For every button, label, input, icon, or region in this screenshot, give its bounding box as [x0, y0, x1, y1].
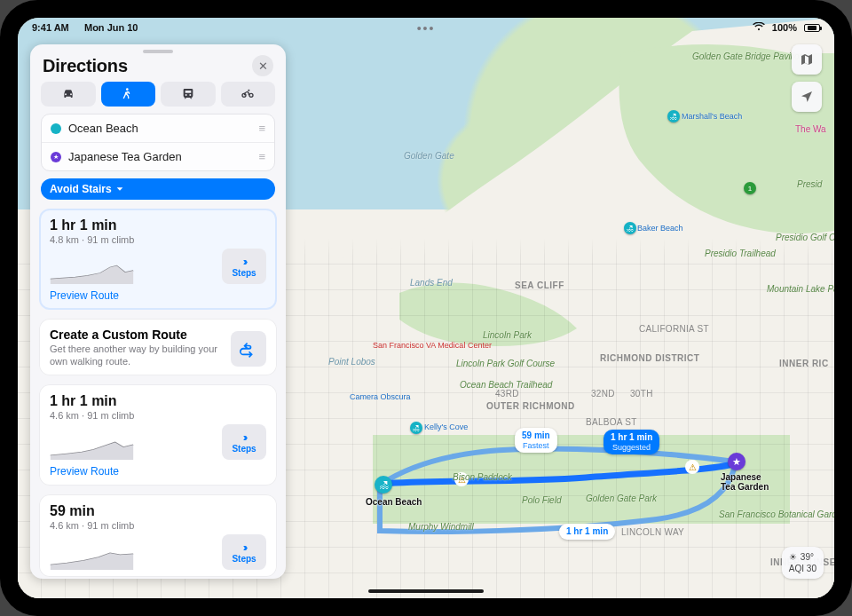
route-stops: Ocean Beach ≡ Japanese Tea Garden ≡ — [41, 114, 275, 171]
route-chip-fastest[interactable]: 59 min Fastest — [515, 428, 557, 453]
location-arrow-icon — [800, 90, 814, 104]
pin-trailhead[interactable]: 1 — [744, 182, 756, 194]
route-detail: 4.6 km · 91 m climb — [50, 520, 266, 531]
close-icon: ✕ — [258, 59, 268, 73]
custom-route-card[interactable]: Create a Custom Route Get there another … — [39, 319, 277, 375]
panel-title: Directions — [43, 56, 128, 76]
double-chevron-icon: ›› — [243, 430, 246, 444]
label-43rd: 43RD — [495, 389, 519, 399]
route-chip-label: Fastest — [523, 441, 549, 450]
preview-route-link[interactable]: Preview Route — [50, 465, 119, 478]
route-chip-suggested[interactable]: 1 hr 1 min Suggested — [604, 430, 659, 454]
label-presid: Presid — [797, 179, 822, 189]
sun-icon: ☀︎ — [789, 552, 797, 562]
pin-end[interactable]: ★ — [728, 453, 746, 470]
pin-baker-beach[interactable]: 🏖 — [624, 222, 636, 234]
label-sfbg: San Francisco Botanical Garden — [719, 509, 808, 519]
map-controls — [792, 44, 822, 112]
status-date: Mon Jun 10 — [84, 22, 138, 33]
label-golden-gate: Golden Gate — [404, 151, 454, 161]
weather-temp: 39° — [801, 552, 814, 562]
route-chip-alt[interactable]: 1 hr 1 min — [559, 524, 615, 540]
steps-button[interactable]: ›› Steps — [222, 424, 266, 460]
label-california: CALIFORNIA ST — [639, 324, 709, 334]
custom-route-icon — [231, 331, 266, 367]
directions-panel: Directions ✕ — [30, 44, 286, 579]
label-start: Ocean Beach — [366, 497, 422, 507]
mode-cycle[interactable] — [221, 82, 276, 107]
close-button[interactable]: ✕ — [252, 55, 273, 76]
preview-route-link[interactable]: Preview Route — [50, 289, 119, 302]
label-inner-ric: INNER RIC — [779, 359, 829, 368]
map-icon — [800, 52, 814, 67]
transport-mode-segment — [30, 82, 286, 114]
steps-button[interactable]: ›› Steps — [222, 534, 266, 570]
label-murphy: Murphy Windmill — [408, 522, 474, 532]
multitask-indicator[interactable]: ••• — [417, 21, 436, 36]
avoid-label: Avoid Stairs — [50, 183, 112, 195]
route-option-1[interactable]: 1 hr 1 min 4.8 km · 91 m climb ›› Steps … — [39, 209, 277, 310]
ipad-frame: 9:41 AM Mon Jun 10 100% ••• — [0, 0, 852, 616]
label-mtn-lake: Mountain Lake Park — [767, 284, 834, 294]
avoid-options-pill[interactable]: Avoid Stairs — [41, 178, 275, 200]
elevation-sparkline — [50, 259, 134, 284]
label-gg-pavilion: Golden Gate Bridge Pavilion — [692, 51, 804, 61]
custom-route-subtitle: Get there another way by building your o… — [50, 344, 218, 368]
home-indicator[interactable] — [368, 589, 484, 593]
map-mode-button[interactable] — [792, 44, 822, 75]
route-option-3[interactable]: 59 min 4.6 km · 91 m climb ›› Steps — [39, 494, 277, 577]
label-lands-end: Lands End — [410, 278, 453, 288]
pin-kellys-cove[interactable]: 🏖 — [410, 422, 422, 434]
reorder-icon[interactable]: ≡ — [258, 150, 265, 163]
pin-marshalls-beach[interactable]: 🏖 — [667, 110, 680, 122]
double-chevron-icon: ›› — [243, 541, 246, 554]
label-camera: Camera Obscura — [350, 392, 411, 401]
route-option-2[interactable]: 1 hr 1 min 4.6 km · 91 m climb ›› Steps … — [39, 384, 277, 486]
walk-icon — [121, 87, 135, 101]
tracking-button[interactable] — [792, 82, 822, 112]
label-the-wa: The Wa — [795, 124, 826, 134]
route-chip-time: 1 hr 1 min — [566, 526, 608, 537]
stop-from[interactable]: Ocean Beach ≡ — [42, 115, 274, 142]
elevation-sparkline — [50, 435, 134, 460]
route-time: 59 min — [50, 503, 266, 519]
status-right: 100% — [751, 22, 822, 33]
weather-badge[interactable]: ☀︎ 39° AQI 30 — [782, 547, 824, 579]
steps-button[interactable]: ›› Steps — [222, 249, 266, 284]
steps-label: Steps — [232, 444, 256, 454]
wifi-icon — [753, 22, 765, 33]
weather-aqi: AQI 30 — [789, 564, 816, 573]
label-balboa: BALBOA ST — [586, 417, 637, 427]
label-30th: 30TH — [630, 389, 653, 399]
label-kellys: Kelly's Cove — [424, 423, 468, 431]
screen: 9:41 AM Mon Jun 10 100% ••• — [18, 18, 834, 598]
mode-drive[interactable] — [41, 82, 96, 107]
label-sea-cliff: SEA CLIFF — [515, 280, 564, 290]
steps-label: Steps — [232, 554, 256, 564]
label-point-lobos: Point Lobos — [328, 357, 375, 367]
reorder-icon[interactable]: ≡ — [258, 122, 265, 135]
pin-start[interactable]: 🏖 — [375, 476, 392, 494]
stop-to[interactable]: Japanese Tea Garden ≡ — [42, 142, 274, 170]
car-icon — [61, 87, 75, 101]
label-baker-beach: Baker Beach — [637, 224, 683, 233]
label-marshalls: Marshall's Beach — [682, 112, 742, 121]
mode-walk[interactable] — [101, 82, 156, 107]
elevation-sparkline — [50, 545, 134, 570]
label-bison: Bison Paddock — [453, 472, 512, 482]
bike-icon — [241, 87, 255, 101]
route-time: 1 hr 1 min — [50, 217, 266, 233]
stop-dot-start-icon — [51, 123, 61, 134]
label-presidio-golf: Presidio Golf C — [776, 233, 834, 242]
stop-from-label: Ocean Beach — [68, 122, 138, 135]
route-detail: 4.8 km · 91 m climb — [50, 234, 266, 245]
label-lincoln-park: Lincoln Park — [483, 330, 532, 340]
mode-transit[interactable] — [161, 82, 216, 107]
status-time: 9:41 AM — [32, 22, 69, 33]
label-lincoln-way: LINCOLN WAY — [621, 527, 684, 537]
double-chevron-icon: ›› — [243, 255, 246, 268]
panel-grabber[interactable] — [143, 50, 173, 53]
label-lincoln-gc: Lincoln Park Golf Course — [456, 359, 555, 368]
label-sfva: San Francisco VA Medical Center — [373, 341, 453, 350]
route-time: 1 hr 1 min — [50, 393, 266, 409]
